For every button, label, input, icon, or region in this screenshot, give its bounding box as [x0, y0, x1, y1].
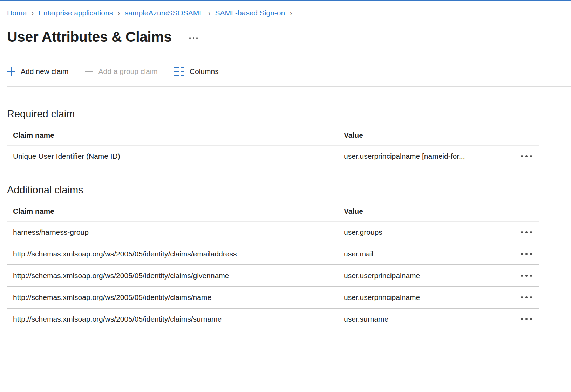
- table-header-row: Claim name Value: [7, 207, 539, 215]
- plus-icon: [85, 67, 93, 76]
- claim-value-cell: user.userprincipalname [nameid-for...: [344, 152, 504, 160]
- add-new-claim-button[interactable]: Add new claim: [7, 67, 69, 76]
- claim-value-cell: user.userprincipalname: [344, 293, 504, 302]
- ellipsis-dot: [521, 155, 523, 157]
- chevron-right-icon: ›: [290, 7, 292, 19]
- ellipsis-dot: [525, 296, 528, 298]
- row-context-menu-button[interactable]: [504, 296, 539, 298]
- ellipsis-dot: [196, 37, 198, 39]
- ellipsis-dot: [530, 296, 532, 298]
- ellipsis-dot: [521, 253, 523, 255]
- row-context-menu-button[interactable]: [504, 155, 539, 157]
- row-context-menu-button[interactable]: [504, 253, 539, 255]
- window-top-border: [0, 0, 571, 1]
- claim-name-cell: http://schemas.xmlsoap.org/ws/2005/05/id…: [7, 271, 344, 280]
- page-context-menu-button[interactable]: [187, 35, 200, 41]
- breadcrumb-sample-azure-sso-saml[interactable]: sampleAzureSSOSAML: [125, 8, 203, 18]
- breadcrumb-home[interactable]: Home: [7, 8, 27, 18]
- claim-name-cell: http://schemas.xmlsoap.org/ws/2005/05/id…: [7, 315, 344, 323]
- ellipsis-dot: [525, 155, 528, 157]
- table-row[interactable]: http://schemas.xmlsoap.org/ws/2005/05/id…: [7, 309, 539, 330]
- table-row[interactable]: harness/harness-group user.groups: [7, 222, 539, 243]
- table-row[interactable]: http://schemas.xmlsoap.org/ws/2005/05/id…: [7, 243, 539, 265]
- ellipsis-dot: [521, 318, 523, 320]
- required-claim-heading: Required claim: [7, 108, 571, 120]
- column-header-value: Value: [344, 131, 504, 139]
- column-header-claim-name: Claim name: [7, 131, 344, 139]
- table-row[interactable]: http://schemas.xmlsoap.org/ws/2005/05/id…: [7, 265, 539, 287]
- breadcrumb-enterprise-applications[interactable]: Enterprise applications: [39, 8, 113, 18]
- additional-claims-heading: Additional claims: [7, 184, 571, 196]
- claim-value-cell: user.groups: [344, 228, 504, 236]
- add-group-claim-button[interactable]: Add a group claim: [85, 67, 158, 76]
- required-claim-table: Claim name Value Unique User Identifier …: [7, 131, 539, 167]
- claim-value-cell: user.mail: [344, 250, 504, 258]
- claim-name-cell: Unique User Identifier (Name ID): [7, 152, 344, 160]
- claim-name-cell: harness/harness-group: [7, 228, 344, 236]
- ellipsis-dot: [189, 37, 191, 39]
- required-claim-section: Required claim Claim name Value Unique U…: [7, 108, 571, 167]
- ellipsis-dot: [521, 296, 523, 298]
- table-row[interactable]: http://schemas.xmlsoap.org/ws/2005/05/id…: [7, 287, 539, 309]
- additional-claims-table: Claim name Value harness/harness-group u…: [7, 207, 539, 330]
- columns-button[interactable]: Columns: [174, 67, 219, 76]
- additional-claims-section: Additional claims Claim name Value harne…: [7, 184, 571, 330]
- chevron-right-icon: ›: [118, 7, 120, 19]
- ellipsis-dot: [530, 231, 532, 233]
- ellipsis-dot: [521, 275, 523, 277]
- table-header-row: Claim name Value: [7, 131, 539, 139]
- row-context-menu-button[interactable]: [504, 231, 539, 233]
- command-bar: Add new claim Add a group claim Columns: [7, 63, 571, 80]
- ellipsis-dot: [530, 155, 532, 157]
- claim-value-cell: user.surname: [344, 315, 504, 323]
- ellipsis-dot: [525, 231, 528, 233]
- page-title: User Attributes & Claims: [7, 29, 172, 45]
- column-header-claim-name: Claim name: [7, 207, 344, 215]
- column-header-value: Value: [344, 207, 504, 215]
- toolbar-divider: [7, 86, 571, 87]
- breadcrumb: Home › Enterprise applications › sampleA…: [7, 8, 571, 18]
- columns-icon: [174, 67, 184, 76]
- chevron-right-icon: ›: [208, 7, 210, 19]
- claim-name-cell: http://schemas.xmlsoap.org/ws/2005/05/id…: [7, 250, 344, 258]
- breadcrumb-saml-based-sign-on[interactable]: SAML-based Sign-on: [215, 8, 285, 18]
- ellipsis-dot: [521, 231, 523, 233]
- ellipsis-dot: [530, 318, 532, 320]
- title-row: User Attributes & Claims: [7, 27, 571, 47]
- claim-name-cell: http://schemas.xmlsoap.org/ws/2005/05/id…: [7, 293, 344, 302]
- columns-label: Columns: [190, 67, 219, 76]
- row-context-menu-button[interactable]: [504, 275, 539, 277]
- row-context-menu-button[interactable]: [504, 318, 539, 320]
- ellipsis-dot: [525, 275, 528, 277]
- claim-value-cell: user.userprincipalname: [344, 271, 504, 280]
- ellipsis-dot: [193, 37, 194, 39]
- user-attributes-claims-page: Home › Enterprise applications › sampleA…: [0, 8, 571, 330]
- add-group-claim-label: Add a group claim: [98, 67, 158, 76]
- chevron-right-icon: ›: [32, 7, 34, 19]
- plus-icon: [7, 67, 15, 76]
- add-new-claim-label: Add new claim: [21, 67, 69, 76]
- table-row[interactable]: Unique User Identifier (Name ID) user.us…: [7, 146, 539, 167]
- ellipsis-dot: [525, 318, 528, 320]
- ellipsis-dot: [530, 275, 532, 277]
- ellipsis-dot: [525, 253, 528, 255]
- ellipsis-dot: [530, 253, 532, 255]
